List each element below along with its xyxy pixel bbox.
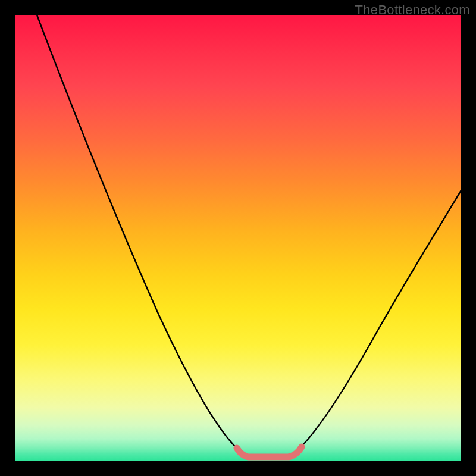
trough-segment [237,447,302,457]
v-curve [37,15,461,456]
chart-stage: TheBottleneck.com [0,0,476,476]
curve-layer [15,15,461,461]
plot-area [15,15,461,461]
